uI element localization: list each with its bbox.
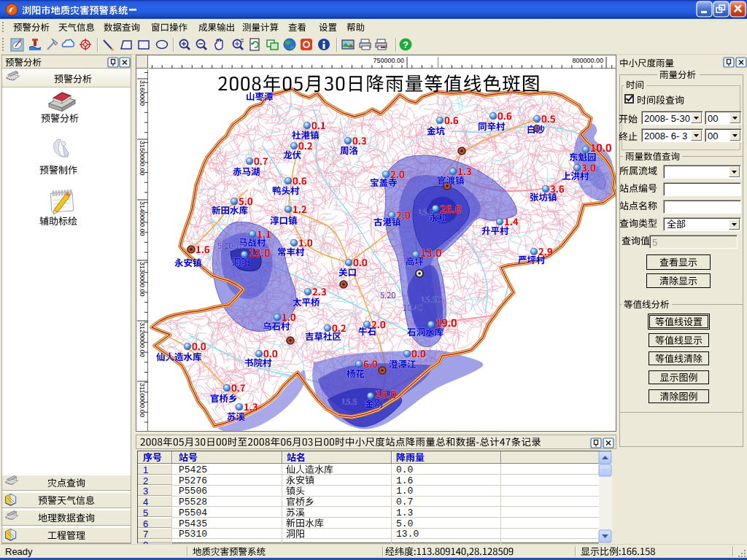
svg-text:750000.00: 750000.00 [373, 57, 404, 64]
svg-text:3120000.00: 3120000.00 [139, 322, 146, 357]
svg-text:3130000.00: 3130000.00 [139, 262, 146, 297]
svg-text:?: ? [403, 39, 409, 50]
svg-text:3110000.00: 3110000.00 [139, 383, 146, 417]
svg-text:3160000: 3160000 [139, 80, 146, 106]
svg-text:800000.00: 800000.00 [572, 57, 603, 64]
svg-text:3150000.00: 3150000.00 [139, 141, 146, 176]
svg-text:3140000.00: 3140000.00 [139, 201, 146, 236]
